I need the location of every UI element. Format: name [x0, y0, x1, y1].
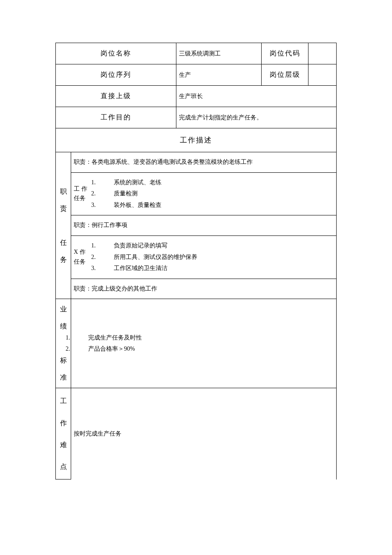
duties-side-label-2: 任务 — [57, 234, 70, 268]
difficulty-value: 按时完成生产任务 — [71, 388, 337, 479]
position-level-label: 岗位层级 — [262, 64, 308, 86]
list-item: 1.完成生产任务及时性 — [76, 332, 334, 344]
position-code-label: 岗位代码 — [262, 43, 308, 64]
difficulty-side-label: 工 作 难 点 — [56, 388, 71, 479]
position-code-value — [308, 43, 337, 64]
duties-side-label-1: 职责 — [57, 183, 70, 217]
list-item: 2.质量检测 — [102, 188, 161, 200]
duties-side-label: 职责 任务 — [56, 152, 71, 299]
list-item: 1.负责原始记录的填写 — [102, 240, 197, 252]
duty2-title: 职责：例行工作事项 — [71, 215, 337, 236]
position-name-label: 岗位名称 — [56, 43, 176, 64]
purpose-label: 工作目的 — [56, 107, 176, 128]
list-item: 3.装外板、质量检查 — [102, 200, 161, 211]
supervisor-label: 直接上级 — [56, 86, 176, 107]
performance-list: 1.完成生产任务及时性 2.产品合格率＞90% — [74, 332, 334, 355]
supervisor-value: 生产班长 — [176, 86, 337, 107]
list-item: 3.工作区域的卫生清洁 — [102, 263, 197, 274]
position-name-value: 三级系统调测工 — [176, 43, 262, 64]
duty1-title: 职责：各类电源系统、逆变器的通电测试及各类整流模块的老练工作 — [71, 152, 337, 173]
performance-side-label-2: 标准 — [57, 352, 70, 386]
task-label-1: 工 作任务 — [74, 184, 89, 203]
duty2-list: 1.负责原始记录的填写 2.所用工具、测试仪器的维护保养 3.工作区域的卫生清洁 — [89, 240, 197, 274]
duty3-title: 职责：完成上级交办的其他工作 — [71, 279, 337, 299]
performance-content: 1.完成生产任务及时性 2.产品合格率＞90% — [71, 299, 337, 388]
position-series-value: 生产 — [176, 64, 262, 86]
list-item: 1.系统的测试、老练 — [102, 177, 161, 189]
purpose-value: 完成生产计划指定的生产任务。 — [176, 107, 337, 128]
performance-side-label-1: 业绩 — [57, 301, 70, 335]
duty1-tasks: 工 作任务 1.系统的测试、老练 2.质量检测 3.装外板、质量检查 — [71, 172, 337, 215]
list-item: 2.产品合格率＞90% — [76, 343, 334, 355]
duty2-tasks: X 作任务 1.负责原始记录的填写 2.所用工具、测试仪器的维护保养 3.工作区… — [71, 235, 337, 279]
job-description-table: 岗位名称 三级系统调测工 岗位代码 岗位序列 生产 岗位层级 直接上级 生产班长… — [55, 43, 337, 479]
position-level-value — [308, 64, 337, 86]
duty1-list: 1.系统的测试、老练 2.质量检测 3.装外板、质量检查 — [89, 177, 161, 211]
position-series-label: 岗位序列 — [56, 64, 176, 86]
task-label-2: X 作任务 — [74, 247, 89, 267]
description-header: 工作描述 — [56, 128, 337, 152]
list-item: 2.所用工具、测试仪器的维护保养 — [102, 252, 197, 263]
